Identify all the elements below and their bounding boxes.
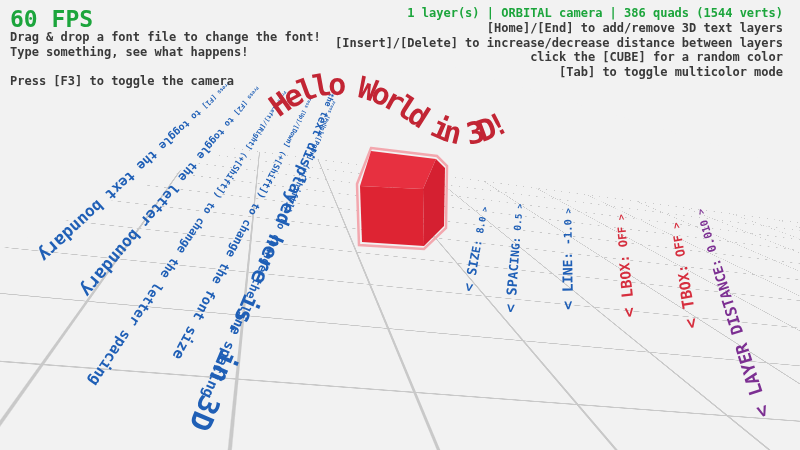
render-stats: 1 layer(s) | ORBITAL camera | 386 quads …	[335, 6, 783, 21]
left-help-panel: Drag & drop a font file to change the fo…	[10, 30, 321, 89]
3d-viewport[interactable]: Press [F1] to toggle the text boundary P…	[0, 0, 800, 450]
help-line-cube-color: click the [CUBE] for a random color	[335, 50, 783, 65]
help-line-multicolor: [Tab] to toggle multicolor mode	[335, 65, 783, 80]
help-line-layers: [Home]/[End] to add/remove 3D text layer…	[335, 21, 783, 36]
cube-front-face	[360, 186, 424, 246]
line-status-text: < LINE: -1.0 >	[558, 208, 576, 310]
help-line-layer-distance: [Insert]/[Delete] to increase/decrease d…	[335, 36, 783, 51]
color-cube[interactable]	[338, 128, 453, 253]
help-line-type: Type something, see what happens!	[10, 45, 321, 60]
help-line-drag-drop: Drag & drop a font file to change the fo…	[10, 30, 321, 45]
fps-counter: 60 FPS	[10, 6, 93, 32]
right-help-panel: 1 layer(s) | ORBITAL camera | 386 quads …	[335, 6, 783, 80]
cube-top-face	[360, 151, 436, 189]
help-line-camera: Press [F3] to toggle the camera	[10, 74, 321, 89]
